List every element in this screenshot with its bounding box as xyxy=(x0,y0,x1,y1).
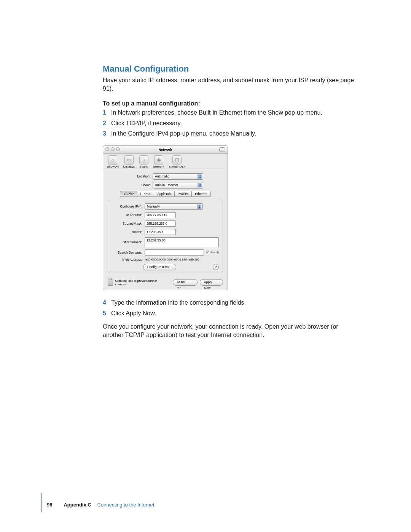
close-icon[interactable] xyxy=(105,147,109,151)
document-page: Manual Configuration Have your static IP… xyxy=(0,0,411,532)
search-domains-field[interactable] xyxy=(145,249,204,256)
toolbar-displays[interactable]: ▭ Displays xyxy=(123,155,135,168)
configure-ipv4-label: Configure IPv4: xyxy=(112,204,145,208)
show-label: Show: xyxy=(127,183,153,187)
prefs-toolbar: ⌂ Show All ▭ Displays ♪ Sound ◉ Network … xyxy=(103,154,228,170)
toolbar-label: Displays xyxy=(123,165,135,168)
toolbar-label: Startup Disk xyxy=(169,165,185,168)
dns-servers-label: DNS Servers: xyxy=(112,240,145,244)
embedded-screenshot: Network ⌂ Show All ▭ Displays ♪ Sound ◉ xyxy=(103,145,358,290)
after-paragraph: Once you configure your network, your co… xyxy=(103,323,358,339)
step-5: Click Apply Now. xyxy=(103,309,358,318)
procedure-steps-before: In Network preferences, choose Built-in … xyxy=(103,109,358,138)
ip-address-field[interactable]: 205.27.85.112 xyxy=(145,212,176,218)
zoom-icon[interactable] xyxy=(116,147,120,151)
show-value: Built-in Ethernet xyxy=(155,183,178,187)
startup-disk-icon: ◳ xyxy=(172,155,182,165)
section-heading: Manual Configuration xyxy=(103,64,358,74)
ipv6-address-value: fe80:0000:0000:0000:0000:93ff:fedb:2ff2 xyxy=(145,258,199,262)
lock-icon[interactable] xyxy=(108,280,113,286)
window-titlebar: Network xyxy=(103,146,228,154)
step-1: In Network preferences, choose Built-in … xyxy=(103,109,358,117)
help-button[interactable]: ? xyxy=(213,264,219,270)
toolbar-network[interactable]: ◉ Network xyxy=(153,155,164,168)
margin-rule xyxy=(41,493,41,512)
location-popup[interactable]: Automatic ▴▾ xyxy=(153,173,203,180)
assist-me-button[interactable]: Assist me… xyxy=(173,279,198,286)
dns-servers-field[interactable]: 12.207.55.80 xyxy=(145,237,219,247)
optional-label: (Optional) xyxy=(206,251,219,254)
network-icon: ◉ xyxy=(154,155,163,165)
page-footer: 96 Appendix C Connecting to the Internet xyxy=(47,502,154,508)
tab-tcpip[interactable]: TCP/IP xyxy=(120,191,137,197)
tab-proxies[interactable]: Proxies xyxy=(174,191,192,197)
window-footer: Click the lock to prevent further change… xyxy=(108,276,223,286)
displays-icon: ▭ xyxy=(124,155,134,165)
tab-ethernet[interactable]: Ethernet xyxy=(191,191,210,197)
toolbar-label: Sound xyxy=(139,165,148,168)
protocol-tabs: TCP/IP PPPoE AppleTalk Proxies Ethernet xyxy=(108,191,223,197)
search-domains-label: Search Domains: xyxy=(112,251,145,254)
minimize-icon[interactable] xyxy=(111,147,115,151)
intro-paragraph: Have your static IP address, router addr… xyxy=(103,76,358,93)
configure-ipv6-button[interactable]: Configure IPv6… xyxy=(143,264,176,270)
toolbar-startup-disk[interactable]: ◳ Startup Disk xyxy=(169,155,185,168)
toolbar-show-all[interactable]: ⌂ Show All xyxy=(107,155,119,168)
tab-pppoe[interactable]: PPPoE xyxy=(137,191,154,197)
appendix-title: Connecting to the Internet xyxy=(97,502,155,508)
ipv6-address-label: IPv6 Address: xyxy=(112,258,145,262)
configure-ipv4-popup[interactable]: Manually ▴▾ xyxy=(145,203,203,210)
tcpip-pane: Configure IPv4: Manually ▴▾ IP Address: … xyxy=(108,200,223,273)
toolbar-label: Show All xyxy=(107,165,119,168)
procedure-subheading: To set up a manual configuration: xyxy=(103,100,358,107)
show-popup[interactable]: Built-in Ethernet ▴▾ xyxy=(153,182,203,189)
step-3: In the Configure IPv4 pop-up menu, choos… xyxy=(103,129,358,138)
ip-address-label: IP Address: xyxy=(112,213,145,217)
subnet-mask-label: Subnet Mask: xyxy=(112,222,145,225)
step-4: Type the information into the correspond… xyxy=(103,299,358,307)
window-title: Network xyxy=(103,146,228,153)
apply-now-button[interactable]: Apply Now xyxy=(200,279,223,286)
tab-appletalk[interactable]: AppleTalk xyxy=(154,191,175,197)
show-all-icon: ⌂ xyxy=(108,155,117,165)
subnet-mask-field[interactable]: 255.255.255.0 xyxy=(145,220,176,227)
router-field[interactable]: 17.205.35.1 xyxy=(145,229,176,235)
network-preferences-window: Network ⌂ Show All ▭ Displays ♪ Sound ◉ xyxy=(103,145,228,290)
lock-text: Click the lock to prevent further change… xyxy=(115,279,168,286)
appendix-label: Appendix C xyxy=(64,502,91,508)
location-label: Location: xyxy=(127,174,153,178)
configure-ipv4-value: Manually xyxy=(147,204,160,208)
toolbar-sound[interactable]: ♪ Sound xyxy=(139,155,148,168)
page-number: 96 xyxy=(47,502,52,508)
router-label: Router: xyxy=(112,230,145,234)
sound-icon: ♪ xyxy=(139,155,148,165)
procedure-steps-after: Type the information into the correspond… xyxy=(103,299,358,317)
toolbar-label: Network xyxy=(153,165,164,168)
location-value: Automatic xyxy=(155,174,169,178)
window-content: Location: Automatic ▴▾ Show: Built-in Et… xyxy=(103,170,228,290)
step-2: Click TCP/IP, if necessary. xyxy=(103,119,358,128)
traffic-lights xyxy=(105,147,120,151)
toolbar-toggle-button[interactable] xyxy=(219,147,225,152)
